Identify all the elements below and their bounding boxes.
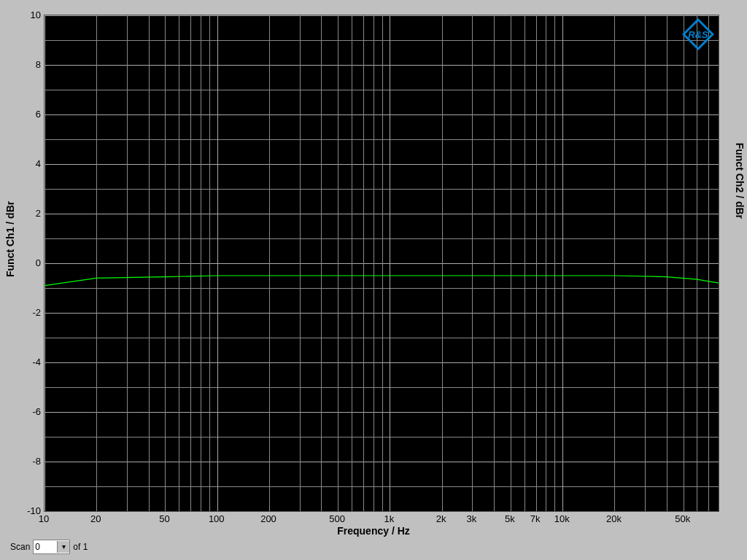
y-axis-label-right: Funct Ch2 / dBr bbox=[734, 143, 746, 219]
gridline-v bbox=[546, 15, 546, 511]
y-tick: -4 bbox=[15, 357, 41, 368]
scan-combo[interactable]: ▾ bbox=[33, 540, 70, 554]
y-tick: 8 bbox=[15, 59, 41, 70]
gridline-v bbox=[374, 15, 374, 511]
x-tick: 10 bbox=[39, 513, 49, 524]
gridline-h bbox=[44, 511, 719, 512]
x-tick: 3k bbox=[467, 513, 477, 524]
gridline-v bbox=[494, 15, 495, 511]
gridline-v bbox=[614, 15, 615, 511]
scan-input[interactable] bbox=[34, 541, 57, 553]
gridline-v bbox=[562, 15, 563, 511]
x-tick: 200 bbox=[260, 513, 276, 524]
y-tick: -2 bbox=[15, 307, 41, 318]
gridline-v bbox=[149, 15, 150, 511]
gridline-v bbox=[536, 15, 537, 511]
gridline-v bbox=[269, 15, 270, 511]
gridline-v bbox=[321, 15, 322, 511]
rohde-schwarz-logo-icon: R&S bbox=[682, 18, 714, 50]
x-tick: 100 bbox=[209, 513, 225, 524]
x-tick: 2k bbox=[436, 513, 446, 524]
gridline-v bbox=[201, 15, 201, 511]
gridline-v bbox=[390, 15, 390, 511]
gridline-v bbox=[472, 15, 473, 511]
gridline-v bbox=[442, 15, 443, 511]
y-tick: 10 bbox=[15, 9, 41, 20]
gridline-v bbox=[645, 15, 646, 511]
gridline-v bbox=[217, 15, 218, 511]
gridline-v bbox=[338, 15, 338, 511]
gridline-v bbox=[511, 15, 511, 511]
gridline-v bbox=[127, 15, 128, 511]
y-tick: -8 bbox=[15, 456, 41, 467]
gridline-v bbox=[44, 15, 45, 511]
gridline-v bbox=[708, 15, 709, 511]
x-tick: 7k bbox=[530, 513, 541, 524]
y-tick: 4 bbox=[15, 158, 41, 169]
gridline-v bbox=[363, 15, 364, 511]
y-tick: 6 bbox=[15, 109, 41, 120]
gridline-v bbox=[300, 15, 301, 511]
x-axis-label: Frequency / Hz bbox=[0, 525, 747, 537]
x-tick: 50k bbox=[675, 513, 690, 524]
frequency-response-chart: Funct Ch1 / dBr Funct Ch2 / dBr Frequenc… bbox=[0, 0, 747, 560]
y-tick: 2 bbox=[15, 208, 41, 219]
gridline-v bbox=[525, 15, 525, 511]
gridline-v bbox=[190, 15, 191, 511]
gridline-v bbox=[697, 15, 697, 511]
gridline-v bbox=[684, 15, 684, 511]
scan-label: Scan bbox=[10, 542, 30, 552]
gridline-v bbox=[719, 15, 719, 511]
x-tick: 10k bbox=[554, 513, 570, 524]
y-tick: -6 bbox=[15, 406, 41, 417]
scan-of-label: of 1 bbox=[73, 542, 88, 552]
chevron-down-icon[interactable]: ▾ bbox=[57, 541, 69, 553]
x-tick: 20 bbox=[90, 513, 101, 524]
svg-text:R&S: R&S bbox=[688, 29, 708, 40]
y-tick: 0 bbox=[15, 257, 41, 268]
x-tick: 5k bbox=[505, 513, 515, 524]
gridline-v bbox=[209, 15, 210, 511]
gridline-v bbox=[352, 15, 352, 511]
x-tick: 500 bbox=[329, 513, 345, 524]
gridline-v bbox=[554, 15, 555, 511]
gridline-v bbox=[667, 15, 667, 511]
plot-area: R&S bbox=[44, 15, 719, 512]
gridline-v bbox=[382, 15, 383, 511]
y-tick: -10 bbox=[15, 505, 41, 516]
x-tick: 50 bbox=[159, 513, 169, 524]
gridline-v bbox=[165, 15, 166, 511]
scan-control: Scan ▾ of 1 bbox=[10, 540, 88, 554]
x-tick: 20k bbox=[606, 513, 622, 524]
gridline-v bbox=[179, 15, 179, 511]
x-tick: 1k bbox=[384, 513, 395, 524]
gridline-v bbox=[96, 15, 97, 511]
